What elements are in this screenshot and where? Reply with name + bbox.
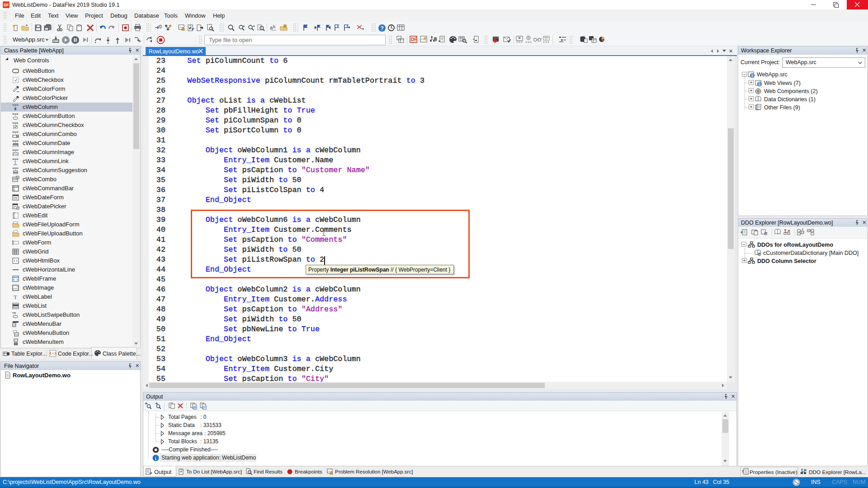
svg-text:DF: DF: [411, 37, 417, 42]
svg-text:T: T: [14, 294, 17, 300]
svg-text:b: b: [273, 24, 275, 29]
svg-text:m: m: [765, 232, 768, 236]
svg-text:?: ?: [381, 25, 384, 32]
svg-text:a: a: [270, 25, 273, 30]
svg-text:T: T: [14, 160, 17, 165]
svg-text:m: m: [759, 253, 762, 256]
svg-text:i: i: [155, 456, 156, 461]
